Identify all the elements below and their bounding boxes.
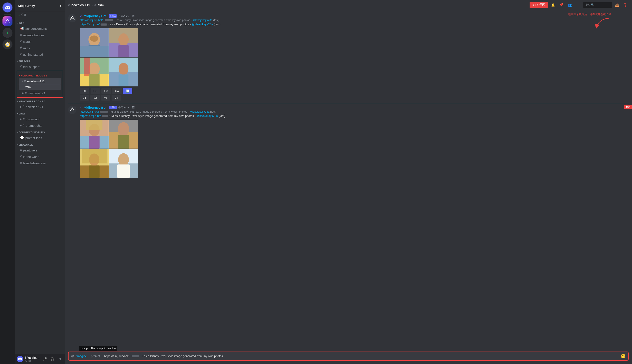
v2-button[interactable]: V2 xyxy=(90,95,100,100)
meta-link-2[interactable]: https://s.mj.run/l xyxy=(80,110,99,113)
channel-newbies-141[interactable]: ▶ # newbies-141 xyxy=(19,90,61,96)
breadcrumb: # newbies-111 › # zsm xyxy=(68,3,528,7)
messages-area[interactable]: ✔ Midjourney Bot 机器人 今天16:26 🖼 https://s… xyxy=(65,10,632,352)
channel-prompt-chat[interactable]: ▶ # prompt-chat xyxy=(16,122,63,128)
u2-button[interactable]: U2 xyxy=(90,88,100,94)
more-options-button[interactable]: ⋯ xyxy=(575,2,581,8)
server-expand-icon: ▾ xyxy=(60,3,62,8)
channel-name: newbies-111 xyxy=(27,79,45,83)
search-bar[interactable]: 搜索 🔍 xyxy=(583,2,612,8)
category-community-forums[interactable]: ▾ COMMUNITY FORUMS xyxy=(15,130,65,134)
v4-button[interactable]: V4 xyxy=(112,95,121,100)
subarea-count: 17 xyxy=(535,3,538,7)
u4-button[interactable]: U4 xyxy=(112,88,122,94)
server-icon-explore[interactable]: 🧭 xyxy=(2,40,12,50)
thread-zsm[interactable]: zsm xyxy=(19,84,61,90)
image-cell-7[interactable] xyxy=(80,149,109,178)
full-link-2[interactable]: https://s.mj.run/h xyxy=(80,114,101,118)
settings-button[interactable]: ⚙ xyxy=(56,356,63,362)
server-icon-midjourney[interactable] xyxy=(2,16,12,26)
category-arrow: ▾ xyxy=(16,144,18,146)
svg-point-16 xyxy=(119,63,128,75)
message-author[interactable]: Midjourney Bot xyxy=(84,14,106,18)
category-showcase[interactable]: ▾ SHOWCASE xyxy=(15,143,65,147)
search-icon: 🔍 xyxy=(591,3,594,6)
channel-sidebar: Midjourney ▾ ● 公开 ▾ INFO 📢 announcements… xyxy=(15,0,65,364)
category-chat[interactable]: ▾ CHAT xyxy=(15,112,65,116)
svg-point-11 xyxy=(89,62,100,75)
channel-name: recent-changes xyxy=(23,34,44,37)
svg-rect-4 xyxy=(80,46,109,57)
meta-link[interactable]: https://s.mj.run/hhB xyxy=(80,18,103,22)
channel-getting-started[interactable]: # getting-started xyxy=(16,51,63,58)
bot-verified-icon-2: ✔ xyxy=(80,106,82,109)
channel-announcements[interactable]: 📢 announcements xyxy=(16,25,63,32)
category-info[interactable]: ▾ INFO xyxy=(15,21,65,25)
channel-blend-showcase[interactable]: # blend-showcase xyxy=(16,160,63,166)
category-label-support: SUPPORT xyxy=(19,60,30,62)
svg-rect-26 xyxy=(118,135,130,149)
chat-param-space xyxy=(102,354,102,358)
full-link[interactable]: https://s.mj.run/ xyxy=(80,23,100,26)
image-grid-2[interactable] xyxy=(80,120,138,178)
channel-trial-support[interactable]: # trial-support xyxy=(16,64,63,70)
headphone-button[interactable]: 🎧 xyxy=(49,356,56,362)
subarea-button[interactable]: # 17 子区 xyxy=(530,2,548,8)
v3-button[interactable]: V3 xyxy=(101,95,110,100)
refresh-button[interactable]: 🔄 xyxy=(123,88,132,94)
u3-button[interactable]: U3 xyxy=(102,88,111,94)
category-newcomer-4[interactable]: ▾ NEWCOMER ROOMS 4 xyxy=(15,99,65,104)
image-cell-2[interactable] xyxy=(109,28,138,57)
image-cell-4[interactable] xyxy=(109,58,138,86)
channel-name: paintovers xyxy=(23,148,38,152)
image-cell-1[interactable] xyxy=(80,28,109,57)
link-suffix-2: ↑ M as a Disney Pixar-style image genera… xyxy=(109,114,196,118)
expand-arrow-icon: ▶ xyxy=(20,105,22,108)
category-support[interactable]: ▾ SUPPORT xyxy=(15,59,65,63)
pin-button[interactable]: 📌 xyxy=(558,2,565,8)
channel-paintovers[interactable]: # paintovers xyxy=(16,147,63,153)
chat-value-suffix: ↑ as a Disney Pixar-style image generate… xyxy=(142,354,223,358)
chat-input-container[interactable]: prompt The prompt to imagine ⊕ /imagine … xyxy=(68,352,629,361)
blurred-text-3 xyxy=(100,111,108,113)
thread-name: zsm xyxy=(25,86,31,89)
members-button[interactable]: 👥 xyxy=(566,2,573,8)
channel-list: ▾ INFO 📢 announcements # recent-changes … xyxy=(15,18,65,354)
chat-plus-icon[interactable]: ⊕ xyxy=(71,354,74,358)
help-button[interactable]: ❓ xyxy=(622,2,629,8)
channel-rules[interactable]: # rules xyxy=(16,45,63,51)
channel-discussion[interactable]: ▶ # discussion xyxy=(16,116,63,122)
mic-button[interactable]: 🎤 xyxy=(42,356,48,362)
channel-in-the-world[interactable]: # in-the-world xyxy=(16,154,63,160)
image-cell-5[interactable] xyxy=(80,120,109,148)
server-icon-discord-home[interactable] xyxy=(2,2,12,12)
image-cell-6[interactable] xyxy=(109,120,138,148)
image-grid-1[interactable] xyxy=(80,28,138,86)
v1-button[interactable]: V1 xyxy=(80,95,89,100)
server-header[interactable]: Midjourney ▾ xyxy=(15,0,65,12)
image-cell-8[interactable] xyxy=(109,149,138,178)
server-icon-add[interactable]: + xyxy=(2,28,12,38)
svg-rect-21 xyxy=(86,120,102,130)
expand-arrow-icon: ▶ xyxy=(20,118,22,120)
notification-bell-button[interactable]: 🔔 xyxy=(550,2,556,8)
image-cell-3[interactable] xyxy=(80,58,109,86)
channel-recent-changes[interactable]: # recent-changes xyxy=(16,32,63,38)
channel-newbies-111[interactable]: ▾ # newbies-111 xyxy=(19,78,61,84)
u1-button[interactable]: U1 xyxy=(80,88,89,94)
channel-newbies-171[interactable]: ▶ # newbies-171 xyxy=(16,104,63,110)
channel-prompt-faqs[interactable]: 💬 prompt-faqs xyxy=(16,135,63,141)
message-time: 今天16:26 xyxy=(118,14,129,18)
channel-status[interactable]: # status xyxy=(16,38,63,45)
hash-icon: # xyxy=(23,105,24,109)
hash-icon: # xyxy=(20,52,22,56)
category-newcomer-3[interactable]: ▾ NEWCOMER ROOMS 3 xyxy=(17,74,63,78)
emoji-button[interactable]: 😊 xyxy=(620,354,626,358)
meta-suffix-2: ↑M as a Disney Pixar-style image generat… xyxy=(109,110,190,113)
inbox-button[interactable]: 📥 xyxy=(614,2,620,8)
chat-value-url: https://s.mj.run/hhB xyxy=(104,354,129,358)
chat-blurred-text xyxy=(132,355,139,357)
message-time-2: 今天16:29 xyxy=(118,106,129,109)
user-avatar xyxy=(16,356,23,362)
message-author-2[interactable]: Midjourney Bot xyxy=(84,106,106,109)
